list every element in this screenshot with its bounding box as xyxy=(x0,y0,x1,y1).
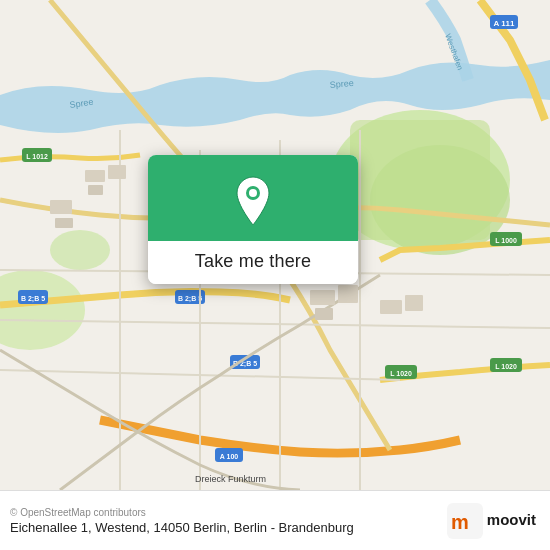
map-view[interactable]: Spree Spree Westhafen A 111 L 1000 B 2;B… xyxy=(0,0,550,490)
svg-rect-3 xyxy=(350,120,490,240)
svg-text:m: m xyxy=(451,511,469,533)
svg-text:Spree: Spree xyxy=(329,78,354,90)
svg-rect-35 xyxy=(85,170,105,182)
svg-rect-42 xyxy=(315,308,333,320)
svg-text:A 100: A 100 xyxy=(220,453,239,460)
take-me-there-button[interactable]: Take me there xyxy=(195,251,311,272)
svg-text:A 111: A 111 xyxy=(493,19,515,28)
svg-text:L 1020: L 1020 xyxy=(495,363,517,370)
popup-button-area[interactable]: Take me there xyxy=(148,241,358,284)
svg-point-5 xyxy=(50,230,110,270)
address-section: © OpenStreetMap contributors Eichenallee… xyxy=(10,507,354,535)
svg-point-46 xyxy=(249,189,257,197)
svg-text:B 2;B 5: B 2;B 5 xyxy=(21,295,45,303)
moovit-logo-icon: m xyxy=(447,503,483,539)
location-pin-icon xyxy=(231,175,275,227)
popup-header xyxy=(148,155,358,241)
svg-text:L 1000: L 1000 xyxy=(495,237,517,244)
location-popup: Take me there xyxy=(148,155,358,284)
svg-rect-40 xyxy=(310,290,335,305)
svg-rect-43 xyxy=(380,300,402,314)
svg-rect-36 xyxy=(108,165,126,179)
moovit-text: moovit xyxy=(487,512,536,529)
svg-rect-38 xyxy=(50,200,72,214)
osm-attribution: © OpenStreetMap contributors xyxy=(10,507,354,518)
svg-rect-44 xyxy=(405,295,423,311)
moovit-brand-name: moovit xyxy=(487,512,536,529)
svg-rect-41 xyxy=(338,285,358,303)
svg-text:L 1012: L 1012 xyxy=(26,153,48,160)
svg-text:Dreieck Funkturm: Dreieck Funkturm xyxy=(195,474,266,484)
moovit-logo: m moovit xyxy=(447,503,536,539)
svg-text:L 1020: L 1020 xyxy=(390,370,412,377)
bottom-info-bar: © OpenStreetMap contributors Eichenallee… xyxy=(0,490,550,550)
svg-rect-39 xyxy=(55,218,73,228)
address-label: Eichenallee 1, Westend, 14050 Berlin, Be… xyxy=(10,520,354,535)
svg-text:B 2;B 5: B 2;B 5 xyxy=(178,295,202,303)
svg-rect-37 xyxy=(88,185,103,195)
